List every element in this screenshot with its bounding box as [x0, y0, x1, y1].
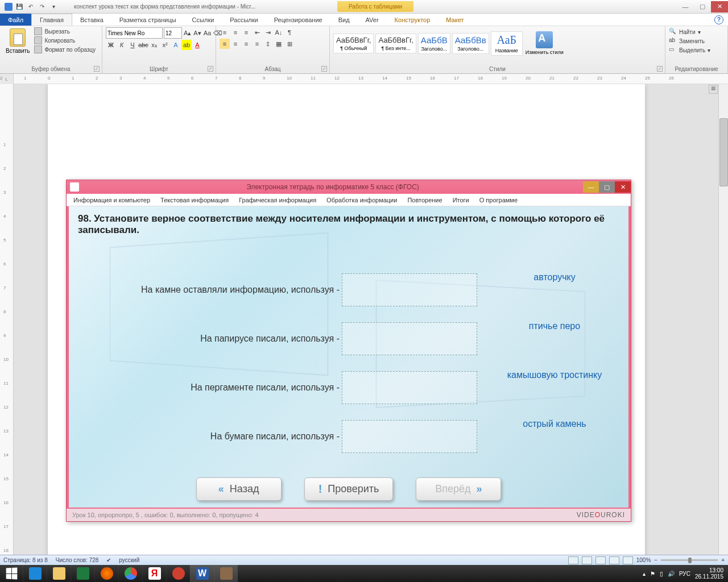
zoom-in-icon[interactable]: +: [721, 557, 725, 563]
tray-clock[interactable]: 13:00 26.11.2015: [695, 567, 723, 580]
tab-insert[interactable]: Вставка: [72, 14, 111, 26]
font-size-select[interactable]: [164, 27, 182, 39]
change-case-icon[interactable]: Aa: [203, 28, 212, 38]
tab-view[interactable]: Вид: [330, 14, 358, 26]
font-launcher-icon[interactable]: ⤢: [208, 66, 213, 72]
style-item[interactable]: АаБбВвГг,¶ Без инте...: [375, 34, 416, 53]
clipboard-launcher-icon[interactable]: ⤢: [94, 66, 100, 72]
app-menu-item[interactable]: О программе: [479, 197, 518, 203]
task-ie[interactable]: [23, 565, 47, 582]
task-excel[interactable]: [71, 565, 94, 582]
word-count[interactable]: Число слов: 728: [56, 557, 99, 563]
para-launcher-icon[interactable]: ⤢: [321, 66, 327, 72]
qat-more-icon[interactable]: ▾: [49, 2, 58, 11]
vertical-ruler[interactable]: 1234567891011121314151617181920: [0, 84, 14, 555]
check-button[interactable]: !Проверить: [304, 477, 394, 501]
app-menu-item[interactable]: Повторение: [407, 197, 442, 203]
tab-home[interactable]: Главная: [31, 14, 72, 26]
zoom-slider[interactable]: [661, 559, 718, 561]
spellcheck-icon[interactable]: ✔: [106, 557, 111, 563]
paste-button[interactable]: Вставить: [3, 27, 32, 55]
web-layout-view-icon[interactable]: [595, 556, 606, 564]
justify-icon[interactable]: ≡: [252, 39, 262, 49]
align-center-icon[interactable]: ≡: [230, 39, 241, 49]
maximize-button[interactable]: ▢: [694, 1, 711, 13]
file-tab[interactable]: Файл: [0, 14, 31, 26]
drop-zone[interactable]: [342, 420, 477, 453]
sort-icon[interactable]: A↓: [274, 27, 284, 38]
shading-icon[interactable]: ▦: [274, 39, 284, 49]
app-menu-item[interactable]: Графическая информация: [239, 197, 316, 203]
italic-icon[interactable]: К: [117, 40, 127, 50]
multilevel-icon[interactable]: ≡: [241, 27, 251, 38]
bold-icon[interactable]: Ж: [106, 40, 116, 50]
redo-icon[interactable]: ↷: [38, 2, 47, 11]
align-left-icon[interactable]: ≡: [220, 39, 230, 49]
back-button[interactable]: «Назад: [196, 477, 282, 501]
minimize-button[interactable]: —: [677, 1, 694, 13]
help-icon[interactable]: ?: [714, 15, 723, 24]
strike-icon[interactable]: abc: [138, 40, 148, 50]
show-marks-icon[interactable]: ¶: [284, 27, 295, 38]
match-option[interactable]: авторучку: [492, 272, 617, 282]
print-layout-view-icon[interactable]: [568, 556, 578, 564]
close-button[interactable]: ✕: [711, 1, 728, 13]
indent-dec-icon[interactable]: ⇤: [252, 27, 262, 38]
app-menu-item[interactable]: Текстовая информация: [160, 197, 229, 203]
superscript-icon[interactable]: x²: [160, 40, 170, 50]
font-color-icon[interactable]: A: [192, 40, 202, 50]
task-chrome[interactable]: [118, 565, 142, 582]
tab-mailings[interactable]: Рассылки: [222, 14, 266, 26]
tray-up-icon[interactable]: ▴: [643, 571, 646, 577]
find-button[interactable]: 🔍Найти ▾: [669, 27, 724, 36]
tray-network-icon[interactable]: ▯: [660, 571, 663, 577]
highlight-icon[interactable]: ab: [181, 40, 192, 50]
tray-volume-icon[interactable]: 🔊: [668, 571, 675, 577]
copy-button[interactable]: Копировать: [34, 36, 96, 44]
subscript-icon[interactable]: x₂: [149, 40, 159, 50]
task-firefox[interactable]: [94, 565, 118, 582]
tab-review[interactable]: Рецензирование: [266, 14, 330, 26]
app-menu-item[interactable]: Информация и компьютер: [73, 197, 150, 203]
tab-references[interactable]: Ссылки: [184, 14, 222, 26]
language-indicator[interactable]: русский: [119, 557, 139, 563]
select-button[interactable]: ▭Выделить ▾: [669, 45, 724, 55]
vertical-scrollbar[interactable]: [718, 84, 728, 555]
forward-button[interactable]: Вперёд»: [416, 477, 501, 501]
zoom-thumb[interactable]: [688, 558, 692, 563]
zoom-out-icon[interactable]: −: [654, 557, 657, 563]
shrink-font-icon[interactable]: A▾: [193, 28, 201, 38]
app-minimize-button[interactable]: —: [583, 181, 599, 193]
drop-zone[interactable]: [342, 273, 477, 306]
app-menu-item[interactable]: Итоги: [453, 197, 469, 203]
replace-button[interactable]: abЗаменить: [669, 36, 724, 45]
app-close-button[interactable]: ✕: [615, 181, 631, 193]
style-item[interactable]: АаБбВвЗаголово...: [452, 33, 489, 54]
draft-view-icon[interactable]: [623, 556, 633, 564]
align-right-icon[interactable]: ≡: [241, 39, 251, 49]
line-spacing-icon[interactable]: ‡: [263, 39, 273, 49]
page-indicator[interactable]: Страница: 8 из 8: [3, 557, 48, 563]
full-screen-view-icon[interactable]: [582, 556, 592, 564]
drop-zone[interactable]: [342, 371, 477, 404]
tab-aver[interactable]: AVer: [358, 14, 387, 26]
numbering-icon[interactable]: ≡: [230, 27, 241, 38]
app-maximize-button[interactable]: ▢: [599, 181, 615, 193]
change-styles-button[interactable]: Изменить стили: [524, 30, 565, 56]
match-option[interactable]: камышовую тростинку: [492, 370, 617, 380]
outline-view-icon[interactable]: [609, 556, 619, 564]
match-option[interactable]: птичье перо: [492, 321, 617, 331]
tray-lang[interactable]: РУС: [679, 571, 690, 577]
drop-zone[interactable]: [342, 322, 477, 355]
save-icon[interactable]: 💾: [15, 2, 24, 11]
app-menu-item[interactable]: Обработка информации: [326, 197, 397, 203]
bullets-icon[interactable]: ≡: [220, 27, 230, 38]
undo-icon[interactable]: ↶: [26, 2, 35, 11]
text-effects-icon[interactable]: A: [171, 40, 181, 50]
zoom-level[interactable]: 100%: [636, 557, 651, 563]
tab-constructor[interactable]: Конструктор: [387, 14, 439, 26]
tab-maket[interactable]: Макет: [438, 14, 471, 26]
borders-icon[interactable]: ⊞: [284, 39, 295, 49]
scroll-thumb[interactable]: [719, 118, 728, 186]
indent-inc-icon[interactable]: ⇥: [263, 27, 273, 38]
